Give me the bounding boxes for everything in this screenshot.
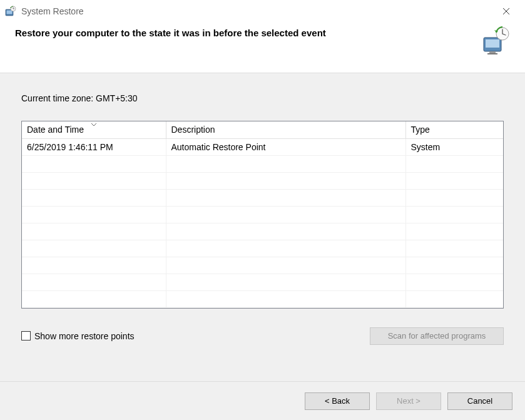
column-header-type[interactable]: Type [405, 121, 503, 138]
table-row [22, 206, 503, 223]
cell-description: Automatic Restore Point [166, 138, 405, 155]
restore-large-icon [481, 26, 510, 55]
table-row [22, 274, 503, 290]
table-row [22, 223, 503, 240]
cell-type: System [405, 138, 503, 155]
titlebar: System Restore [0, 0, 525, 23]
table-row [22, 155, 503, 172]
next-button[interactable]: Next > [376, 392, 441, 410]
header: Restore your computer to the state it wa… [0, 23, 525, 73]
table-row [22, 257, 503, 274]
close-button[interactable] [494, 3, 519, 20]
system-restore-window: System Restore Restore your computer to … [0, 0, 525, 420]
cancel-button[interactable]: Cancel [447, 392, 512, 410]
back-button[interactable]: < Back [305, 392, 370, 410]
timezone-label: Current time zone: GMT+5:30 [21, 93, 504, 103]
column-label: Date and Time [27, 125, 84, 135]
svg-rect-4 [486, 39, 499, 48]
restore-points-table: Date and Time Description Type [21, 121, 504, 309]
window-title: System Restore [21, 6, 494, 16]
show-more-checkbox-row: Show more restore points [21, 331, 135, 341]
svg-rect-6 [487, 53, 497, 54]
column-label: Type [411, 125, 430, 135]
table-row [22, 290, 503, 307]
system-restore-icon [5, 6, 16, 17]
footer-buttons: < Back Next > Cancel [0, 381, 525, 420]
cell-datetime: 6/25/2019 1:46:11 PM [22, 138, 166, 155]
table-row [22, 172, 503, 189]
svg-rect-5 [489, 51, 496, 53]
column-header-datetime[interactable]: Date and Time [22, 121, 166, 138]
below-table-row: Show more restore points Scan for affect… [21, 327, 504, 345]
scan-affected-button[interactable]: Scan for affected programs [370, 327, 504, 345]
show-more-label: Show more restore points [34, 331, 135, 341]
svg-rect-1 [7, 11, 13, 14]
column-label: Description [171, 125, 215, 135]
table-row [22, 189, 503, 206]
table-row [22, 240, 503, 257]
column-header-description[interactable]: Description [166, 121, 405, 138]
sort-descending-icon [91, 121, 97, 128]
page-title: Restore your computer to the state it wa… [15, 26, 326, 38]
show-more-checkbox[interactable] [21, 331, 31, 341]
content-area: Current time zone: GMT+5:30 Date and Tim… [0, 73, 525, 381]
table-row[interactable]: 6/25/2019 1:46:11 PM Automatic Restore P… [22, 138, 503, 155]
